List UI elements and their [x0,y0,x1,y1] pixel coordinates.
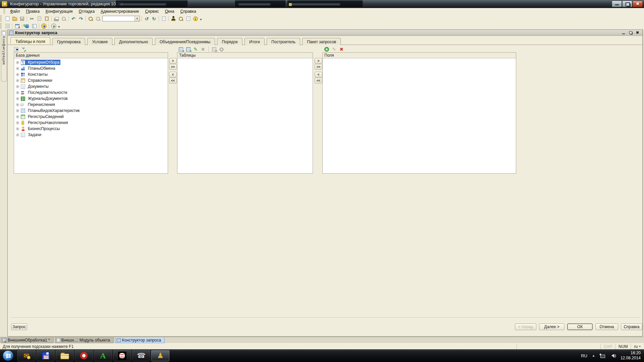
menu-configuration[interactable]: Конфигурация [43,8,76,14]
tree-item-business-processes[interactable]: БизнесПроцессы [14,126,168,132]
config-tree-icon[interactable] [4,23,11,29]
move-field-right-button[interactable]: > [315,58,322,64]
find-next-icon[interactable] [94,15,102,22]
update-db-config-icon[interactable] [23,23,31,29]
menu-windows[interactable]: Окна [162,8,177,14]
window-tab-query-builder[interactable]: Конструктор запроса [115,337,165,343]
database-tree[interactable]: КритерииОтбора ПланыОбмена Константы Сп [14,59,168,173]
show-table-list-icon[interactable] [13,47,19,52]
undo-icon[interactable]: ↶ [70,15,77,22]
tables-list[interactable] [177,59,313,173]
tree-item-char-type-plans[interactable]: ПланыВидовХарактеристик [14,108,168,114]
new-document-icon[interactable] [4,15,11,22]
tray-clock[interactable]: 16:20 12.08.2014 [621,351,641,361]
taskbar-explorer-app[interactable] [56,350,74,361]
fields-list[interactable] [323,59,516,173]
toolbar-overflow-icon[interactable]: ▼ [200,18,202,21]
start-debugging-icon[interactable] [40,23,48,29]
menu-administration[interactable]: Администрирование [98,8,142,14]
help-button[interactable]: Справка [621,323,642,330]
search-combobox[interactable]: ▼ [102,16,140,21]
move-table-right-button[interactable]: > [169,58,177,64]
tab-additionally[interactable]: Дополнительно [114,38,153,45]
edit-field-icon[interactable]: ✎ [331,47,337,52]
ok-button[interactable]: ОК [567,323,593,330]
expand-icon[interactable] [16,115,19,118]
open-icon[interactable] [11,15,18,22]
tree-item-selection-criteria[interactable]: КритерииОтбора [14,59,168,65]
print-preview-icon[interactable] [60,15,67,22]
move-table-left-button[interactable]: < [169,72,177,77]
menu-help[interactable]: Справка [177,8,199,14]
filter-settings-icon[interactable] [20,47,26,52]
cancel-button[interactable]: Отмена [595,323,618,330]
add-nested-table-icon[interactable]: + [185,47,191,52]
move-all-fields-left-button[interactable]: << [315,78,322,83]
tree-item-sequences[interactable]: Последовательности [14,89,168,96]
expand-icon[interactable] [16,127,19,130]
menu-service[interactable]: Сервис [142,8,162,14]
find-icon[interactable] [87,15,94,22]
expand-icon[interactable] [16,79,19,82]
menu-debug[interactable]: Отладка [76,8,98,14]
expand-icon[interactable] [16,73,19,76]
move-field-left-button[interactable]: < [315,72,322,77]
info-icon[interactable]: i [192,15,199,22]
tree-item-document-journals[interactable]: ЖурналыДокументов [14,96,168,102]
expand-icon[interactable] [16,67,19,70]
redo-icon[interactable]: ↷ [77,15,85,22]
tab-totals[interactable]: Итоги [245,38,265,45]
paste-icon[interactable] [43,15,50,22]
expand-icon[interactable] [16,133,19,136]
replace-table-icon[interactable]: ✖ [211,47,217,52]
move-all-tables-right-button[interactable]: >> [169,64,177,70]
move-all-tables-left-button[interactable]: << [169,78,177,83]
tree-item-information-registers[interactable]: РегистрыСведений [14,114,168,120]
tree-item-enumerations[interactable]: Перечисления [14,102,168,108]
tray-language[interactable]: RU [581,353,587,358]
tab-order[interactable]: Порядок [217,38,242,45]
taskbar-xmlspy-app[interactable]: xmlspy [113,350,131,361]
configuration-dock-tab[interactable]: Конфигурация [1,31,7,81]
add-table-icon[interactable]: + [178,47,184,52]
toolbar-overflow-icon[interactable]: ▼ [58,25,60,28]
query-button[interactable]: Запрос [11,323,27,330]
expand-icon[interactable] [16,97,19,100]
expand-icon[interactable] [16,91,19,94]
tree-item-tasks[interactable]: Задачи [14,132,168,138]
start-enterprise-icon[interactable] [50,23,57,29]
close-config-icon[interactable] [13,23,21,29]
taskbar-floppy-app[interactable] [37,350,55,361]
tab-conditions[interactable]: Условия [87,38,112,45]
edit-table-icon[interactable]: ✎ [193,47,199,52]
menu-file[interactable]: Файл [7,8,23,14]
window-tab-object-module[interactable]: Внешн...: Модуль объекта [55,337,114,343]
taskbar-aimp-app[interactable]: A [94,350,112,361]
copy-icon[interactable] [36,15,43,22]
tree-item-accumulation-registers[interactable]: РегистрыНакопления [14,120,168,126]
restore-button[interactable] [622,1,632,7]
tab-grouping[interactable]: Группировка [52,38,85,45]
dialog-restore-icon[interactable] [628,31,633,35]
tab-unions-aliases[interactable]: Объединения/Псевдонимы [155,38,215,45]
syntax-helper-icon[interactable] [184,15,192,22]
expand-icon[interactable] [16,121,19,124]
print-icon[interactable] [53,15,60,22]
add-field-icon[interactable]: + [324,47,330,52]
tab-builder[interactable]: Построитель [267,38,300,45]
expand-icon[interactable] [16,85,19,88]
combobox-dropdown-icon[interactable]: ▼ [135,16,140,21]
delete-field-icon[interactable]: ✖ [338,47,344,52]
expand-icon[interactable] [16,109,19,112]
dialog-minimize-icon[interactable] [621,31,626,35]
windows-list-icon[interactable] [160,15,167,22]
taskbar-phone-app[interactable]: ☎ [132,350,150,361]
tree-item-constants[interactable]: Константы [14,71,168,77]
save-icon[interactable] [18,15,26,22]
next-button[interactable]: Далее > [539,323,565,330]
taskbar-1c-app[interactable]: ♟ [151,350,169,361]
cut-icon[interactable]: ✂ [28,15,36,22]
syntax-check-icon[interactable] [170,15,177,22]
tab-tables-and-fields[interactable]: Таблицы и поля [10,37,50,44]
speaker-icon[interactable]: ))) [610,354,616,358]
